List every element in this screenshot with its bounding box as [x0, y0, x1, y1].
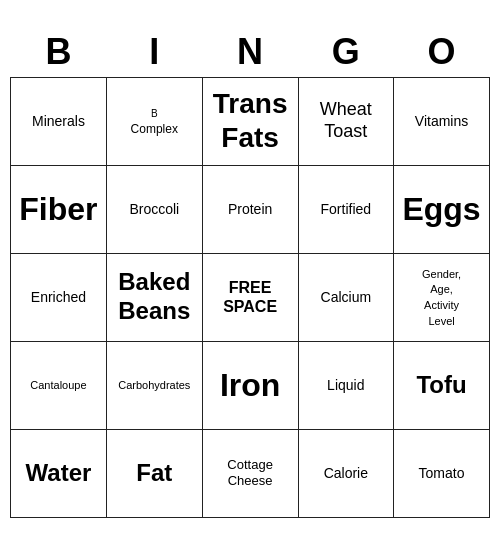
- bingo-cell-4-2: CottageCheese: [202, 429, 298, 517]
- bingo-row-1: FiberBroccoliProteinFortifiedEggs: [11, 165, 490, 253]
- bingo-cell-3-2: Iron: [202, 341, 298, 429]
- header-letter-g: G: [298, 27, 394, 78]
- bingo-cell-0-3: WheatToast: [298, 77, 394, 165]
- bingo-row-4: WaterFatCottageCheeseCalorieTomato: [11, 429, 490, 517]
- bingo-cell-1-2: Protein: [202, 165, 298, 253]
- bingo-cell-2-3: Calcium: [298, 253, 394, 341]
- header-letter-i: I: [106, 27, 202, 78]
- header-letter-n: N: [202, 27, 298, 78]
- bingo-cell-3-4: Tofu: [394, 341, 490, 429]
- bingo-cell-1-3: Fortified: [298, 165, 394, 253]
- bingo-cell-3-3: Liquid: [298, 341, 394, 429]
- bingo-row-0: MineralsBComplexTransFatsWheatToastVitam…: [11, 77, 490, 165]
- bingo-cell-2-1: BakedBeans: [106, 253, 202, 341]
- bingo-cell-1-1: Broccoli: [106, 165, 202, 253]
- bingo-cell-0-0: Minerals: [11, 77, 107, 165]
- bingo-cell-3-0: Cantaloupe: [11, 341, 107, 429]
- bingo-cell-1-4: Eggs: [394, 165, 490, 253]
- header-letter-b: B: [11, 27, 107, 78]
- bingo-cell-1-0: Fiber: [11, 165, 107, 253]
- bingo-cell-4-4: Tomato: [394, 429, 490, 517]
- bingo-cell-0-1: BComplex: [106, 77, 202, 165]
- bingo-cell-4-3: Calorie: [298, 429, 394, 517]
- bingo-cell-0-4: Vitamins: [394, 77, 490, 165]
- bingo-cell-4-0: Water: [11, 429, 107, 517]
- bingo-cell-4-1: Fat: [106, 429, 202, 517]
- bingo-cell-0-2: TransFats: [202, 77, 298, 165]
- header-letter-o: O: [394, 27, 490, 78]
- bingo-row-3: CantaloupeCarbohydratesIronLiquidTofu: [11, 341, 490, 429]
- bingo-cell-2-2: FREESPACE: [202, 253, 298, 341]
- bingo-cell-2-0: Enriched: [11, 253, 107, 341]
- bingo-cell-2-4: Gender,Age,ActivityLevel: [394, 253, 490, 341]
- bingo-header-row: BINGO: [11, 27, 490, 78]
- bingo-cell-3-1: Carbohydrates: [106, 341, 202, 429]
- bingo-row-2: EnrichedBakedBeansFREESPACECalciumGender…: [11, 253, 490, 341]
- bingo-card: BINGO MineralsBComplexTransFatsWheatToas…: [10, 27, 490, 518]
